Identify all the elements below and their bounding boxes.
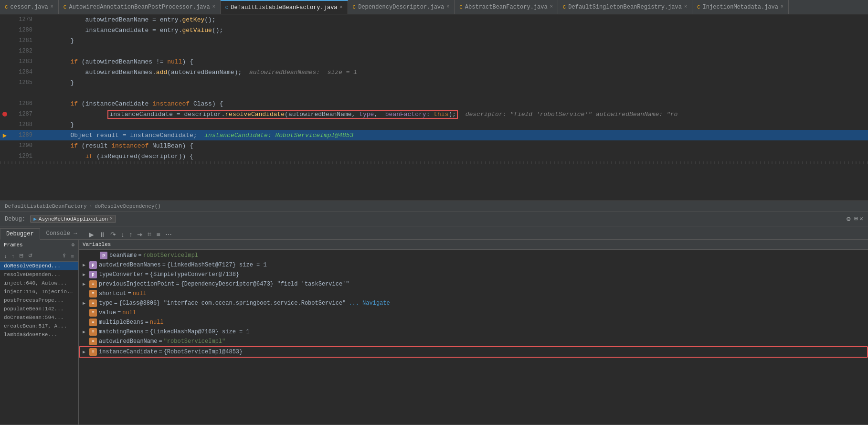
- frames-down[interactable]: ↑: [10, 252, 17, 260]
- var-item-value[interactable]: ≡ value = null: [79, 308, 868, 318]
- frame-item-4[interactable]: postProcessPrope...: [0, 296, 78, 305]
- file-icon-3: C: [225, 5, 229, 11]
- var-item-typeconverter[interactable]: ▶ p typeConverter = {SimpleTypeConverter…: [79, 270, 868, 279]
- close-debug-icon[interactable]: ✕: [859, 215, 863, 223]
- line-content-1288: }: [38, 121, 868, 128]
- var-eq-typeconverter: =: [145, 271, 148, 278]
- frame-item-2[interactable]: inject:640, Autow...: [0, 279, 78, 287]
- frames-filter[interactable]: ⊟: [17, 252, 25, 260]
- tab-defaultsingleton[interactable]: C DefaultSingletonBeanRegistry.java ×: [558, 0, 692, 14]
- frame-item-0[interactable]: doResolveDepend...: [0, 262, 78, 270]
- frames-copy[interactable]: ≡: [69, 252, 76, 260]
- frames-refresh[interactable]: ↺: [26, 252, 34, 260]
- dtab-console[interactable]: Console →: [40, 228, 84, 239]
- var-expand-instancecandidate[interactable]: ▶: [83, 349, 89, 355]
- frames-list: doResolveDepend... resolveDependen... in…: [0, 262, 78, 425]
- var-item-autowiredbeanname[interactable]: ≡ autowiredBeanName = "robotServiceImpl": [79, 337, 868, 346]
- frames-header: Frames ⚙: [0, 240, 78, 250]
- frames-export[interactable]: ⇪: [60, 252, 68, 260]
- tab-defaultlistable[interactable]: C DefaultListableBeanFactory.java ×: [221, 0, 348, 14]
- var-expand-typeconverter[interactable]: ▶: [83, 272, 89, 277]
- tab-close-3[interactable]: ×: [340, 5, 343, 10]
- var-expand-autowiredbeannames[interactable]: ▶: [83, 262, 89, 268]
- var-eq-previnjection: =: [176, 281, 179, 287]
- var-val-previnjection: {DependencyDescriptor@6473} "field 'task…: [181, 281, 349, 287]
- tab-label-1: cessor.java: [11, 4, 48, 11]
- var-eq-instancecandidate: =: [159, 349, 162, 355]
- tab-dependency[interactable]: C DependencyDescriptor.java ×: [348, 0, 455, 14]
- frames-toolbar: ↓ ↑ ⊟ ↺ ⇪ ≡: [0, 250, 78, 262]
- line-num-1283: 1283: [10, 58, 38, 65]
- btn-evaluate[interactable]: ⌗: [146, 229, 153, 239]
- debug-app-close[interactable]: ×: [110, 216, 113, 222]
- tab-autowired[interactable]: C AutowiredAnnotationBeanPostProcessor.j…: [59, 0, 221, 14]
- debug-toolbar: Debug: ▶ AsyncMethodApplication × ⚙ ⊞ ✕: [0, 212, 868, 226]
- variables-header: Variables: [79, 240, 868, 250]
- file-icon-2: C: [64, 4, 67, 10]
- var-name-previnjection: previousInjectionPoint: [99, 281, 174, 287]
- breadcrumb-sep: ›: [89, 203, 93, 209]
- tab-close-7[interactable]: ×: [781, 4, 783, 10]
- tab-close-1[interactable]: ×: [51, 4, 53, 10]
- frame-item-7[interactable]: createBean:517, A...: [0, 322, 78, 330]
- btn-step-out[interactable]: ↑: [127, 230, 134, 239]
- tab-abstractbean[interactable]: C AbstractBeanFactory.java ×: [455, 0, 558, 14]
- frames-up[interactable]: ↓: [2, 252, 9, 260]
- frames-settings[interactable]: ⚙: [71, 242, 74, 248]
- var-val-beanname: robotServiceImpl: [143, 252, 198, 259]
- var-expand-type[interactable]: ▶: [83, 300, 89, 306]
- var-val-type: {Class@3806} "interface com.ocean.spring…: [119, 300, 346, 307]
- tab-close-2[interactable]: ×: [212, 4, 215, 10]
- var-item-type[interactable]: ▶ ≡ type = {Class@3806} "interface com.o…: [79, 298, 868, 308]
- tab-close-5[interactable]: ×: [550, 4, 553, 10]
- tab-close-6[interactable]: ×: [684, 4, 687, 10]
- frame-item-8[interactable]: lambda$doGetBe...: [0, 330, 78, 339]
- tab-label-2: AutowiredAnnotationBeanPostProcessor.jav…: [69, 4, 210, 11]
- debug-expand-icons: ⚙ ⊞ ✕: [847, 215, 863, 223]
- var-name-type: type: [99, 300, 113, 307]
- btn-step-over[interactable]: ↷: [108, 230, 118, 239]
- var-item-autowiredbeannames[interactable]: ▶ p autowiredBeanNames = {LinkedHashSet@…: [79, 260, 868, 270]
- var-navigate-link[interactable]: ... Navigate: [349, 300, 390, 307]
- btn-pause[interactable]: ⏸: [97, 230, 107, 239]
- debug-app-badge[interactable]: ▶ AsyncMethodApplication ×: [30, 215, 116, 223]
- debug-body: Frames ⚙ ↓ ↑ ⊟ ↺ ⇪ ≡ doResolveDepend... …: [0, 240, 868, 425]
- var-item-shortcut[interactable]: ≡ shortcut = null: [79, 289, 868, 298]
- code-line-1285: 1285 }: [0, 77, 868, 88]
- dtab-debugger[interactable]: Debugger: [0, 228, 40, 240]
- var-name-typeconverter: typeConverter: [99, 271, 144, 278]
- frame-item-1[interactable]: resolveDependen...: [0, 270, 78, 279]
- var-expand-matchingbeans[interactable]: ▶: [83, 329, 89, 335]
- gear-icon[interactable]: ⚙: [847, 215, 850, 223]
- code-line-1290: 1290 if (result instanceof NullBean) {: [0, 140, 868, 151]
- btn-more[interactable]: ⋯: [163, 230, 174, 239]
- var-item-beanname[interactable]: p beanName = robotServiceImpl: [79, 251, 868, 260]
- line-num-1290: 1290: [10, 142, 38, 149]
- line-content-1280: instanceCandidate = entry.getValue();: [38, 27, 868, 34]
- tab-close-4[interactable]: ×: [446, 4, 449, 10]
- var-icon-multiplebeans: ≡: [89, 319, 97, 326]
- btn-run-to-cursor[interactable]: ⇥: [135, 230, 145, 239]
- var-icon-shortcut: ≡: [89, 290, 97, 298]
- variables-panel: Variables p beanName = robotServiceImpl …: [79, 240, 868, 425]
- var-item-multiplebeans[interactable]: ≡ multipleBeans = null: [79, 318, 868, 327]
- tab-cessor[interactable]: C cessor.java ×: [0, 0, 59, 14]
- btn-resume[interactable]: ▶: [87, 230, 96, 239]
- btn-step-into[interactable]: ↓: [119, 230, 126, 239]
- var-val-autowiredbeannames: {LinkedHashSet@7127} size = 1: [167, 262, 267, 268]
- breadcrumb-file: DefaultListableBeanFactory: [5, 203, 87, 209]
- frame-item-6[interactable]: doCreateBean:594...: [0, 313, 78, 322]
- frame-item-5[interactable]: populateBean:142...: [0, 305, 78, 313]
- line-content-1281: }: [38, 37, 868, 44]
- btn-frames[interactable]: ≡: [154, 230, 162, 239]
- debug-app-name: AsyncMethodApplication: [39, 216, 108, 222]
- var-icon-autowiredbeannames: p: [89, 261, 97, 269]
- layout-icon[interactable]: ⊞: [854, 215, 858, 223]
- var-name-instancecandidate: instanceCandidate: [99, 349, 157, 355]
- frame-item-3[interactable]: inject:116, Injectio...: [0, 287, 78, 296]
- var-item-previnjection[interactable]: ▶ ≡ previousInjectionPoint = {Dependency…: [79, 279, 868, 289]
- var-expand-previnjection[interactable]: ▶: [83, 281, 89, 287]
- var-item-matchingbeans[interactable]: ▶ ≡ matchingBeans = {LinkedHashMap@7169}…: [79, 327, 868, 337]
- var-item-instancecandidate[interactable]: ▶ ≡ instanceCandidate = {RobotServiceImp…: [79, 346, 868, 358]
- tab-injection[interactable]: C InjectionMetadata.java ×: [692, 0, 789, 14]
